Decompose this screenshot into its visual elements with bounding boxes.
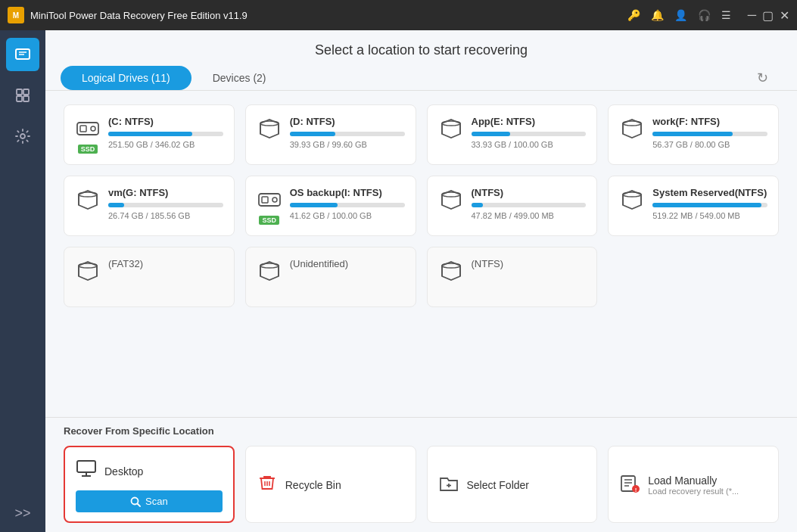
drive-card[interactable]: vm(G: NTFS) 26.74 GB / 185.56 GB bbox=[64, 176, 235, 236]
drive-name: (FAT32) bbox=[108, 258, 223, 269]
titlebar-left: M MiniTool Power Data Recovery Free Edit… bbox=[8, 7, 248, 23]
svg-point-34 bbox=[79, 263, 97, 268]
drive-info: (C: NTFS) 251.50 GB / 346.02 GB bbox=[108, 116, 223, 149]
maximize-button[interactable]: ▢ bbox=[762, 8, 774, 23]
svg-rect-8 bbox=[23, 96, 29, 101]
drive-icon-wrap bbox=[438, 187, 464, 213]
drive-icon-wrap bbox=[438, 116, 464, 142]
drive-icon-wrap bbox=[619, 187, 645, 213]
drive-icon-wrap bbox=[75, 258, 101, 284]
drive-info: (NTFS) 47.82 MB / 499.00 MB bbox=[472, 187, 587, 220]
location-desktop[interactable]: Desktop Scan bbox=[64, 446, 235, 523]
user-icon[interactable]: 👤 bbox=[674, 9, 687, 21]
load-manually-icon: ! bbox=[619, 472, 640, 499]
drive-icon-wrap bbox=[438, 258, 464, 284]
menu-icon[interactable]: ☰ bbox=[721, 9, 731, 21]
drive-icon bbox=[438, 116, 464, 142]
window-controls: ─ ▢ ✕ bbox=[748, 8, 789, 23]
svg-point-22 bbox=[79, 192, 97, 197]
app-title: MiniTool Power Data Recovery Free Editio… bbox=[30, 10, 248, 21]
drive-card[interactable]: SSD OS backup(I: NTFS) 41.62 GB / 100.00… bbox=[245, 176, 416, 236]
location-load-manually[interactable]: ! Load Manually Load recovery result (*.… bbox=[608, 446, 779, 523]
bell-icon[interactable]: 🔔 bbox=[651, 9, 664, 21]
drive-icon-wrap: SSD bbox=[75, 116, 101, 154]
drive-card[interactable]: (D: NTFS) 39.93 GB / 99.60 GB bbox=[245, 104, 416, 165]
svg-text:M: M bbox=[13, 11, 19, 20]
sidebar-more-button[interactable]: >> bbox=[14, 506, 30, 521]
specific-location-section: Recover From Specific Location Desktop bbox=[45, 417, 797, 532]
minimize-button[interactable]: ─ bbox=[748, 8, 756, 23]
drive-size: 56.37 GB / 80.00 GB bbox=[652, 140, 767, 149]
drive-bar bbox=[290, 132, 405, 136]
location-select-folder[interactable]: Select Folder bbox=[427, 446, 598, 523]
drive-bar-fill bbox=[108, 203, 124, 207]
close-button[interactable]: ✕ bbox=[780, 8, 789, 23]
svg-rect-5 bbox=[17, 89, 22, 95]
drive-bar-fill bbox=[652, 203, 761, 207]
drive-size: 39.93 GB / 99.60 GB bbox=[290, 140, 405, 149]
drive-icon bbox=[619, 116, 645, 142]
sidebar-item-settings[interactable] bbox=[6, 120, 39, 153]
app-logo: M bbox=[8, 7, 24, 23]
page-title: Select a location to start recovering bbox=[315, 42, 528, 58]
drive-bar bbox=[108, 203, 223, 207]
key-icon[interactable]: 🔑 bbox=[627, 9, 640, 21]
drive-bar-fill bbox=[472, 132, 511, 136]
location-recycle-bin[interactable]: Recycle Bin bbox=[245, 446, 416, 523]
drive-card[interactable]: App(E: NTFS) 33.93 GB / 100.00 GB bbox=[427, 104, 598, 165]
ssd-badge: SSD bbox=[78, 145, 98, 154]
svg-point-9 bbox=[20, 134, 25, 138]
drive-icon bbox=[257, 187, 282, 213]
drive-info: (D: NTFS) 39.93 GB / 99.60 GB bbox=[290, 116, 405, 149]
drive-card[interactable]: SSD (C: NTFS) 251.50 GB / 346.02 GB bbox=[64, 104, 235, 165]
drive-name: vm(G: NTFS) bbox=[108, 187, 223, 198]
refresh-button[interactable]: ↻ bbox=[751, 67, 774, 89]
drive-icon bbox=[438, 258, 464, 284]
drive-card[interactable]: (FAT32) bbox=[64, 247, 235, 307]
svg-point-28 bbox=[442, 192, 460, 197]
drive-name: OS backup(I: NTFS) bbox=[290, 187, 405, 198]
scan-button[interactable]: Scan bbox=[76, 490, 223, 512]
ssd-badge: SSD bbox=[259, 216, 279, 225]
drive-name: System Reserved(NTFS) bbox=[652, 187, 767, 198]
svg-point-19 bbox=[623, 121, 641, 126]
drive-info: work(F: NTFS) 56.37 GB / 80.00 GB bbox=[652, 116, 767, 149]
drive-info: (NTFS) bbox=[472, 258, 587, 274]
svg-rect-7 bbox=[17, 96, 22, 101]
drive-card[interactable]: (NTFS) bbox=[427, 247, 598, 307]
drive-card[interactable]: (Unidentified) bbox=[245, 247, 416, 307]
drive-bar bbox=[472, 203, 587, 207]
drive-size: 33.93 GB / 100.00 GB bbox=[472, 140, 587, 149]
svg-point-13 bbox=[260, 121, 279, 126]
main-layout: >> Select a location to start recovering… bbox=[0, 30, 797, 532]
drive-bar-fill bbox=[290, 132, 336, 136]
drive-card[interactable]: (NTFS) 47.82 MB / 499.00 MB bbox=[427, 176, 598, 236]
headset-icon[interactable]: 🎧 bbox=[698, 9, 711, 21]
drive-card[interactable]: work(F: NTFS) 56.37 GB / 80.00 GB bbox=[608, 104, 779, 165]
tab-devices[interactable]: Devices (2) bbox=[191, 66, 288, 90]
svg-line-47 bbox=[138, 503, 141, 506]
svg-point-27 bbox=[272, 198, 277, 202]
desktop-label: Desktop bbox=[104, 465, 143, 478]
svg-rect-43 bbox=[77, 461, 95, 472]
titlebar: M MiniTool Power Data Recovery Free Edit… bbox=[0, 0, 797, 30]
svg-text:!: ! bbox=[635, 487, 637, 493]
drive-info: (Unidentified) bbox=[290, 258, 405, 274]
drive-name: (C: NTFS) bbox=[108, 116, 223, 127]
drive-card[interactable]: System Reserved(NTFS) 519.22 MB / 549.00… bbox=[608, 176, 779, 236]
drive-name: (Unidentified) bbox=[290, 258, 405, 269]
recycle-bin-icon bbox=[257, 472, 278, 499]
drive-icon bbox=[438, 187, 464, 213]
tabs-bar: Logical Drives (11) Devices (2) ↻ bbox=[45, 66, 797, 91]
sidebar-item-tools[interactable] bbox=[6, 79, 39, 112]
scan-label: Scan bbox=[145, 496, 168, 507]
drive-icon-wrap bbox=[619, 116, 645, 142]
tab-logical-drives[interactable]: Logical Drives (11) bbox=[61, 66, 191, 90]
drive-size: 41.62 GB / 100.00 GB bbox=[290, 211, 405, 220]
drive-info: System Reserved(NTFS) 519.22 MB / 549.00… bbox=[652, 187, 767, 220]
content-area: Select a location to start recovering Lo… bbox=[45, 30, 797, 532]
sidebar-item-recovery[interactable] bbox=[6, 38, 39, 71]
drive-info: vm(G: NTFS) 26.74 GB / 185.56 GB bbox=[108, 187, 223, 220]
sidebar: >> bbox=[0, 30, 45, 532]
svg-point-12 bbox=[91, 126, 95, 131]
